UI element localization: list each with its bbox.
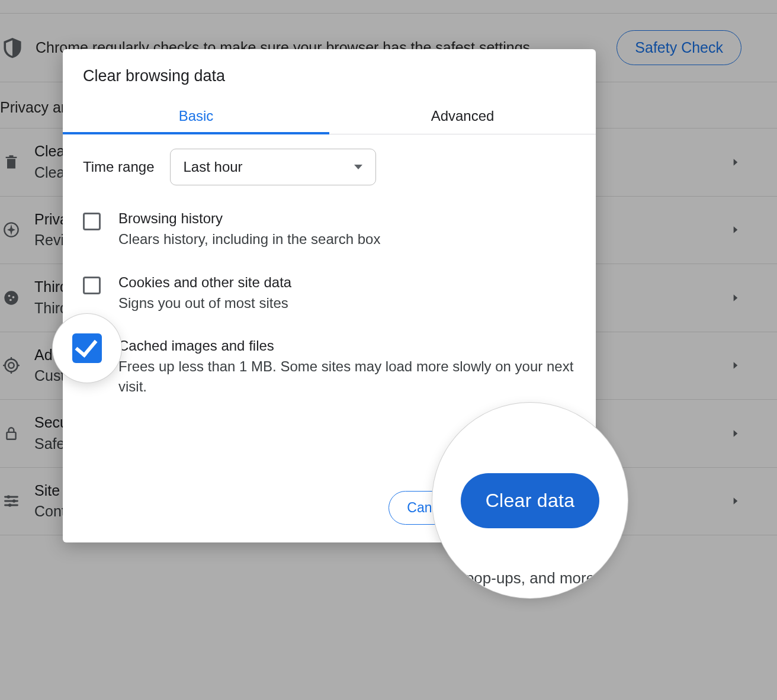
time-range-select[interactable]: Last hour [170,149,376,185]
option-browsing-history: Browsing history Clears history, includi… [83,202,576,266]
option-cookies: Cookies and other site data Signs you ou… [83,266,576,330]
dialog-title: Clear browsing data [63,49,596,99]
tab-basic[interactable]: Basic [63,99,329,134]
time-range-value: Last hour [184,159,243,175]
option-title: Browsing history [118,210,380,227]
tab-advanced[interactable]: Advanced [329,99,596,134]
checkbox-browsing-history[interactable] [83,213,101,230]
option-sub: Signs you out of most sites [118,293,291,313]
option-sub: Frees up less than 1 MB. Some sites may … [118,357,576,396]
background-text-peek: pop-ups, and more [465,569,595,587]
highlighted-checked-icon [72,333,102,363]
option-sub: Clears history, including in the search … [118,229,380,249]
highlight-clear-data-circle: Clear data pop-ups, and more [432,403,628,598]
option-title: Cookies and other site data [118,274,291,291]
chevron-down-icon [354,165,362,169]
highlighted-clear-data-button[interactable]: Clear data [461,473,600,528]
checkbox-cookies[interactable] [83,277,101,294]
highlight-checkbox-circle [53,314,121,383]
option-cached: Cached images and files Frees up less th… [83,329,576,413]
dialog-tabs: Basic Advanced [63,99,596,134]
option-title: Cached images and files [118,338,576,354]
time-range-label: Time range [83,159,155,175]
